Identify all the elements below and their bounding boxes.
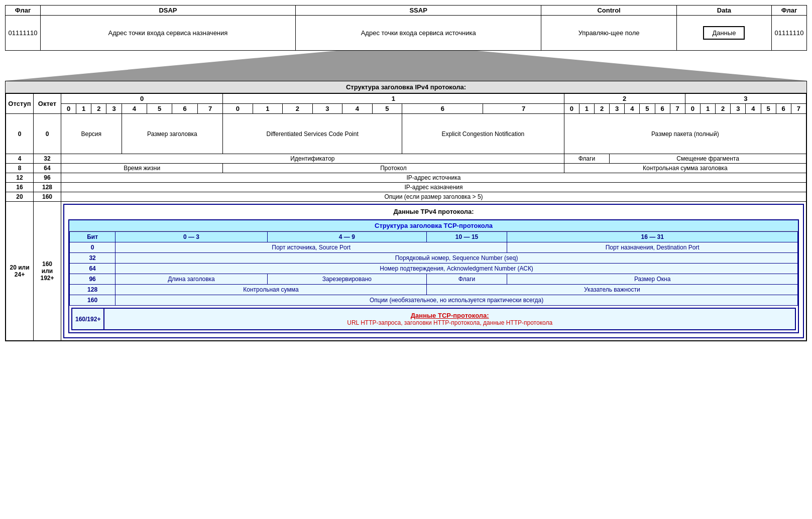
row12-offset: 12 <box>6 173 34 183</box>
tcp-data-container: Данные ТРv4 протокола: Структура заголов… <box>63 204 804 338</box>
bit-1-0: 0 <box>223 104 253 114</box>
ipv4-row-8: 8 64 Время жизни Протокол Контрольная су… <box>6 164 806 173</box>
ipv4-table: Отступ Октет 0 1 2 3 0 1 2 3 4 5 6 7 0 1 <box>6 93 806 341</box>
bit-3-7: 7 <box>791 104 806 114</box>
triangle-connector <box>5 51 807 81</box>
tcp-col-16-31: 16 — 31 <box>507 232 798 242</box>
tcp-row96-flags: Флаги <box>426 274 507 285</box>
tcp-row64-ack: Номер подтверждения, Acknowledgment Numb… <box>115 264 798 274</box>
ipv4-row-20: 20 160 Опции (если размер заголовка > 5) <box>6 192 806 202</box>
bit-1-5: 5 <box>372 104 402 114</box>
row20-offset: 20 <box>6 192 34 202</box>
tcp-col-0-3: 0 — 3 <box>115 232 268 242</box>
row0-version: Версия <box>61 114 122 154</box>
bit-2-6: 6 <box>655 104 670 114</box>
bit-0-0: 0 <box>61 104 76 114</box>
row4-offset: 4 <box>6 154 34 164</box>
bit-2-4: 4 <box>625 104 640 114</box>
row4-fragment: Смещение фрагмента <box>610 154 806 164</box>
bit-3-6: 6 <box>776 104 791 114</box>
col-data: Data <box>676 6 771 16</box>
row16-bit: 128 <box>34 183 61 192</box>
bit-1-1: 1 <box>253 104 282 114</box>
svg-marker-0 <box>5 51 807 81</box>
col-flag2: Флаг <box>772 6 807 16</box>
bit-0-5: 5 <box>147 104 172 114</box>
row0-ecn: Explicit Congestion Notification <box>402 114 564 154</box>
bit-2-3: 3 <box>610 104 625 114</box>
row8-offset: 8 <box>6 164 34 173</box>
tcp-col-4-9: 4 — 9 <box>267 232 426 242</box>
col-dsap: DSAP <box>41 6 296 16</box>
row8-protocol: Протокол <box>223 164 564 173</box>
control-value: Управляю-щее поле <box>541 16 676 51</box>
ipv4-row-12: 12 96 IP-адрес источника <box>6 173 806 183</box>
bit-2-7: 7 <box>670 104 685 114</box>
tcp-row64-bit: 64 <box>70 264 115 274</box>
dsap-value: Адрес точки входа сервиса назначения <box>41 16 296 51</box>
data-value: Данные <box>676 16 771 51</box>
row20-bit: 160 <box>34 192 61 202</box>
ipv4-wrapper: Структура заголовка IPv4 протокола: Отст… <box>5 81 807 341</box>
row12-bit: 96 <box>34 173 61 183</box>
tcp-row96-bit: 96 <box>70 274 115 285</box>
bit-3-2: 2 <box>716 104 731 114</box>
bit-3-1: 1 <box>700 104 715 114</box>
header-col1: 1 <box>223 94 564 104</box>
tcp-row96-hlen: Длина заголовка <box>115 274 268 285</box>
tcp-row32-bit: 32 <box>70 253 115 264</box>
tcp-struct-title: Структура заголовка ТСР-протокола <box>69 220 798 231</box>
row4-flags: Флаги <box>564 154 609 164</box>
ipv4-title: Структура заголовка IPv4 протокола: <box>6 81 806 93</box>
header-col3: 3 <box>685 94 806 104</box>
tcp-row160-bit: 160 <box>70 295 115 306</box>
header-col2: 2 <box>564 94 685 104</box>
row16-offset: 16 <box>6 183 34 192</box>
ipv4-row-0: 0 0 Версия Размер заголовка Differentiat… <box>6 114 806 154</box>
header-offset: Отступ <box>6 94 34 114</box>
tcp-struct-box: Структура заголовка ТСР-протокола Бит 0 … <box>68 219 799 333</box>
tcp-row96-window: Размер Окна <box>507 274 798 285</box>
bit-0-3: 3 <box>106 104 122 114</box>
tcp-offset-label: 20 или 24+ <box>6 202 34 341</box>
bit-3-5: 5 <box>761 104 776 114</box>
tcp-row0-bit: 0 <box>70 242 115 253</box>
col-ssap: SSAP <box>295 6 541 16</box>
row0-offset: 0 <box>6 114 34 154</box>
bit-0-4: 4 <box>122 104 147 114</box>
row20-options: Опции (если размер заголовка > 5) <box>61 192 806 202</box>
header-col0: 0 <box>61 94 223 104</box>
bit-2-0: 0 <box>564 104 579 114</box>
tcp-row0-dst-port: Порт назначения, Destination Port <box>507 242 798 253</box>
bit-3-3: 3 <box>731 104 746 114</box>
tcp-outer-row: 20 или 24+ 160 или 192+ Данные ТРv4 прот… <box>6 202 806 341</box>
row0-total-length: Размер пакета (полный) <box>564 114 806 154</box>
bit-1-2: 2 <box>283 104 312 114</box>
tcp-data-title: Данные ТРv4 протокола: <box>66 207 801 217</box>
row0-ihl: Размер заголовка <box>122 114 223 154</box>
bit-2-5: 5 <box>640 104 655 114</box>
tcp-row-0: 0 Порт источника, Source Port Порт назна… <box>70 242 798 253</box>
tcp-row128-checksum: Контрольная сумма <box>115 285 427 295</box>
tcp-row0-src-port: Порт источника, Source Port <box>115 242 507 253</box>
bit-0-6: 6 <box>172 104 197 114</box>
ipv4-row-4: 4 32 Идентификатор Флаги Смещение фрагме… <box>6 154 806 164</box>
row0-dscp: Differentiated Services Code Point <box>223 114 402 154</box>
tcp-row128-bit: 128 <box>70 285 115 295</box>
bit-0-7: 7 <box>197 104 222 114</box>
row4-bit: 32 <box>34 154 61 164</box>
bit-1-3: 3 <box>312 104 342 114</box>
bit-1-4: 4 <box>342 104 372 114</box>
tcp-row-64: 64 Номер подтверждения, Acknowledgment N… <box>70 264 798 274</box>
tcp-data-outer-cell: Данные ТРv4 протокола: Структура заголов… <box>61 202 806 341</box>
row8-bit: 64 <box>34 164 61 173</box>
tcp-row128-urgent: Указатель важности <box>426 285 797 295</box>
tcp-row-96: 96 Длина заголовка Зарезервировано Флаги… <box>70 274 798 285</box>
bit-2-2: 2 <box>594 104 609 114</box>
header-octet: Октет <box>34 94 61 114</box>
tcp-col-10-15: 10 — 15 <box>426 232 507 242</box>
tcp-row-128: 128 Контрольная сумма Указатель важности <box>70 285 798 295</box>
tcp-data-content: Данные ТСР-протокола: URL HTTP-запроса, … <box>104 308 796 330</box>
row16-dst-ip: IP-адрес назначения <box>61 183 806 192</box>
row8-ttl: Время жизни <box>61 164 223 173</box>
